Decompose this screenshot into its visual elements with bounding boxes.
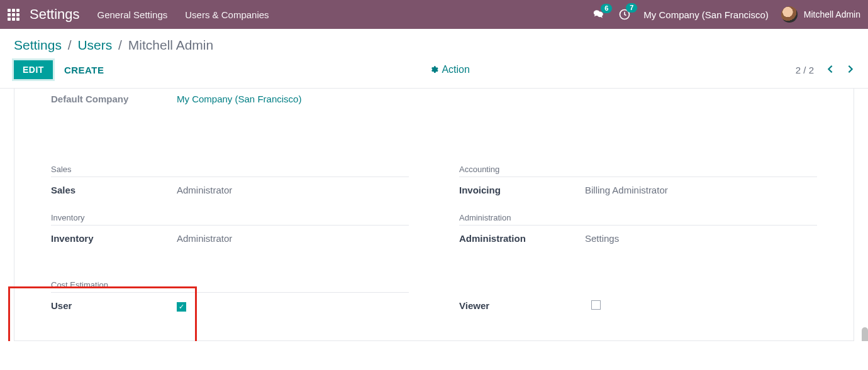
section-cost-estimation-title: Cost Estimation bbox=[51, 266, 409, 293]
pager-prev[interactable] bbox=[826, 63, 834, 77]
field-invoicing: Invoicing Billing Administrator bbox=[459, 181, 817, 199]
scrollbar-vertical[interactable] bbox=[862, 327, 868, 341]
checkbox-viewer[interactable] bbox=[591, 300, 601, 310]
field-default-company: Default Company My Company (San Francisc… bbox=[51, 89, 817, 107]
field-user: User ✓ bbox=[51, 297, 409, 315]
section-administration-title: Administration bbox=[459, 199, 817, 226]
edit-button[interactable]: EDIT bbox=[14, 60, 53, 79]
label-inventory: Inventory bbox=[51, 233, 177, 244]
messaging-icon[interactable]: 6 bbox=[593, 9, 606, 20]
section-accounting-title: Accounting bbox=[459, 151, 817, 177]
action-label: Action bbox=[442, 64, 469, 75]
user-menu[interactable]: Mitchell Admin bbox=[781, 6, 860, 23]
activities-icon[interactable]: 7 bbox=[618, 8, 631, 21]
value-administration: Settings bbox=[585, 233, 619, 244]
field-sales: Sales Administrator bbox=[51, 181, 409, 199]
label-default-company: Default Company bbox=[51, 94, 177, 104]
avatar bbox=[781, 6, 798, 23]
field-administration: Administration Settings bbox=[459, 229, 817, 248]
label-user: User bbox=[51, 300, 177, 312]
form-sheet: Default Company My Company (San Francisc… bbox=[14, 89, 854, 341]
checkbox-user[interactable]: ✓ bbox=[177, 302, 186, 312]
value-default-company[interactable]: My Company (San Francisco) bbox=[177, 94, 301, 104]
breadcrumb-current: Mitchell Admin bbox=[128, 38, 213, 52]
breadcrumb-settings[interactable]: Settings bbox=[14, 38, 62, 52]
apps-icon[interactable] bbox=[8, 9, 19, 21]
breadcrumb-users[interactable]: Users bbox=[77, 38, 112, 52]
user-name: Mitchell Admin bbox=[804, 9, 860, 19]
nav-link-users-companies[interactable]: Users & Companies bbox=[185, 9, 269, 20]
breadcrumb: Settings / Users / Mitchell Admin bbox=[14, 38, 854, 53]
top-navbar: Settings General Settings Users & Compan… bbox=[0, 0, 868, 29]
value-inventory: Administrator bbox=[177, 233, 232, 244]
company-selector[interactable]: My Company (San Francisco) bbox=[643, 9, 768, 20]
label-viewer: Viewer bbox=[459, 300, 591, 312]
pager[interactable]: 2 / 2 bbox=[796, 65, 814, 75]
label-administration: Administration bbox=[459, 233, 585, 244]
create-button[interactable]: CREATE bbox=[64, 65, 104, 75]
app-title: Settings bbox=[30, 6, 80, 23]
value-invoicing: Billing Administrator bbox=[585, 185, 668, 195]
messages-badge: 6 bbox=[601, 4, 612, 13]
activities-badge: 7 bbox=[626, 3, 637, 13]
control-bar: EDIT CREATE Action 2 / 2 bbox=[0, 53, 868, 89]
gear-icon bbox=[430, 65, 438, 74]
pager-next[interactable] bbox=[847, 63, 854, 77]
chevron-left-icon bbox=[826, 65, 834, 73]
section-sales-title: Sales bbox=[51, 151, 409, 177]
field-inventory: Inventory Administrator bbox=[51, 229, 409, 248]
section-inventory-title: Inventory bbox=[51, 199, 409, 226]
label-sales: Sales bbox=[51, 185, 177, 195]
breadcrumb-row: Settings / Users / Mitchell Admin bbox=[0, 29, 868, 53]
field-viewer: Viewer bbox=[459, 297, 817, 315]
value-sales: Administrator bbox=[177, 185, 232, 195]
nav-link-general-settings[interactable]: General Settings bbox=[97, 9, 168, 20]
action-dropdown[interactable]: Action bbox=[430, 64, 469, 75]
chevron-right-icon bbox=[847, 65, 854, 73]
label-invoicing: Invoicing bbox=[459, 185, 585, 195]
